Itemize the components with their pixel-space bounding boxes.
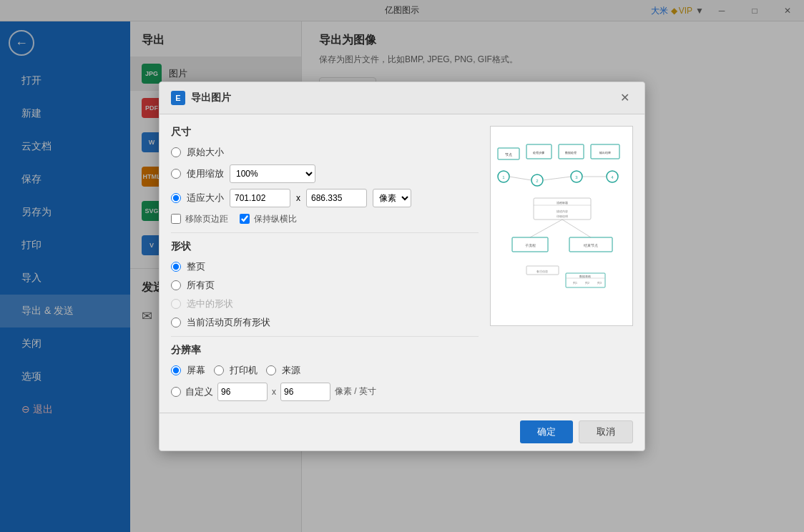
confirm-button[interactable]: 确定: [520, 420, 573, 443]
keep-ratio-item: 保持纵横比: [240, 213, 297, 225]
zoom-size-label: 使用缩放: [187, 167, 224, 180]
dialog-overlay: E 导出图片 ✕ 尺寸 原始大小 使用缩放 100%: [0, 0, 804, 532]
fit-size-label: 适应大小: [187, 192, 224, 205]
resolution-section-title: 分辨率: [171, 344, 479, 357]
original-size-row: 原始大小: [171, 146, 479, 159]
dialog-header: E 导出图片 ✕: [160, 82, 644, 114]
resolution-options-row: 屏幕 打印机 来源: [171, 364, 479, 377]
source-res-radio[interactable]: [266, 365, 276, 375]
remove-margin-checkbox[interactable]: [171, 214, 181, 224]
svg-text:列1: 列1: [573, 281, 577, 285]
svg-text:输出结果: 输出结果: [599, 151, 611, 154]
remove-margin-item: 移除页边距: [171, 213, 228, 225]
svg-text:流程标题: 流程标题: [557, 201, 568, 205]
screen-res-label: 屏幕: [187, 364, 205, 377]
zoom-size-radio[interactable]: [171, 169, 181, 179]
dialog-close-button[interactable]: ✕: [616, 89, 633, 107]
source-res-label: 来源: [282, 364, 300, 377]
size-section-title: 尺寸: [171, 126, 479, 139]
whole-page-row: 整页: [171, 260, 479, 273]
dialog-body: 尺寸 原始大小 使用缩放 100% 适应大小 x: [160, 114, 644, 413]
svg-text:列2: 列2: [585, 281, 589, 285]
remove-margin-label: 移除页边距: [185, 213, 228, 225]
whole-page-label: 整页: [187, 260, 205, 273]
res-unit-label: 像素 / 英寸: [335, 385, 376, 398]
current-page-radio[interactable]: [171, 317, 181, 327]
svg-text:节点: 节点: [505, 152, 512, 157]
custom-res-row: 自定义 x 像素 / 英寸: [171, 383, 479, 401]
svg-text:描述内容: 描述内容: [557, 210, 568, 213]
current-page-row: 当前活动页所有形状: [171, 316, 479, 329]
margin-ratio-row: 移除页边距 保持纵横比: [171, 213, 479, 225]
current-page-label: 当前活动页所有形状: [187, 316, 270, 329]
screen-res-radio[interactable]: [171, 365, 181, 375]
height-input[interactable]: [306, 189, 367, 207]
width-input[interactable]: [230, 189, 290, 207]
svg-text:备注信息: 备注信息: [536, 270, 548, 273]
svg-text:列3: 列3: [597, 281, 602, 285]
dialog-title: E 导出图片: [171, 91, 231, 105]
custom-res-label: 自定义: [185, 385, 213, 398]
cancel-button[interactable]: 取消: [579, 420, 633, 443]
fit-size-radio[interactable]: [171, 193, 181, 203]
source-res-row: 来源: [266, 364, 300, 377]
svg-text:数据表格: 数据表格: [579, 275, 591, 278]
all-pages-radio[interactable]: [171, 280, 181, 290]
export-dialog: E 导出图片 ✕ 尺寸 原始大小 使用缩放 100%: [159, 82, 645, 451]
original-size-label: 原始大小: [187, 146, 224, 159]
printer-res-label: 打印机: [230, 364, 258, 377]
printer-res-row: 打印机: [214, 364, 258, 377]
original-size-radio[interactable]: [171, 147, 181, 157]
screen-res-row: 屏幕: [171, 364, 205, 377]
fit-size-row: 适应大小 x 像素: [171, 189, 479, 207]
dialog-right-panel: 节点 处理步骤 数据处理 输出结果 1 2 3: [490, 126, 633, 401]
preview-canvas: 节点 处理步骤 数据处理 输出结果 1 2 3: [490, 126, 633, 326]
zoom-size-row: 使用缩放 100%: [171, 164, 479, 183]
printer-res-radio[interactable]: [214, 365, 224, 375]
whole-page-radio[interactable]: [171, 262, 181, 272]
svg-text:结束节点: 结束节点: [584, 243, 598, 247]
custom-res-y-input[interactable]: [280, 383, 330, 401]
unit-select[interactable]: 像素: [373, 189, 411, 207]
section-divider-1: [171, 232, 479, 233]
svg-text:详细说明: 详细说明: [557, 215, 568, 218]
section-divider-2: [171, 336, 479, 337]
all-pages-row: 所有页: [171, 279, 479, 292]
selected-shape-row: 选中的形状: [171, 297, 479, 310]
selected-shape-radio[interactable]: [171, 299, 181, 309]
custom-res-radio[interactable]: [171, 387, 181, 397]
dialog-left-panel: 尺寸 原始大小 使用缩放 100% 适应大小 x: [171, 126, 479, 401]
svg-text:数据处理: 数据处理: [565, 151, 577, 154]
preview-diagram: 节点 处理步骤 数据处理 输出结果 1 2 3: [491, 127, 633, 326]
svg-text:子流程: 子流程: [525, 243, 536, 247]
all-pages-label: 所有页: [187, 279, 215, 292]
zoom-select[interactable]: 100%: [230, 164, 315, 183]
svg-text:处理步骤: 处理步骤: [533, 151, 544, 154]
selected-shape-label: 选中的形状: [187, 297, 233, 310]
dialog-title-icon: E: [171, 91, 185, 105]
shape-section-title: 形状: [171, 240, 479, 253]
dialog-footer: 确定 取消: [160, 413, 644, 450]
keep-ratio-label: 保持纵横比: [254, 213, 297, 225]
keep-ratio-checkbox[interactable]: [240, 214, 250, 224]
size-x-label: x: [296, 193, 300, 203]
custom-res-x-input[interactable]: [217, 383, 268, 401]
